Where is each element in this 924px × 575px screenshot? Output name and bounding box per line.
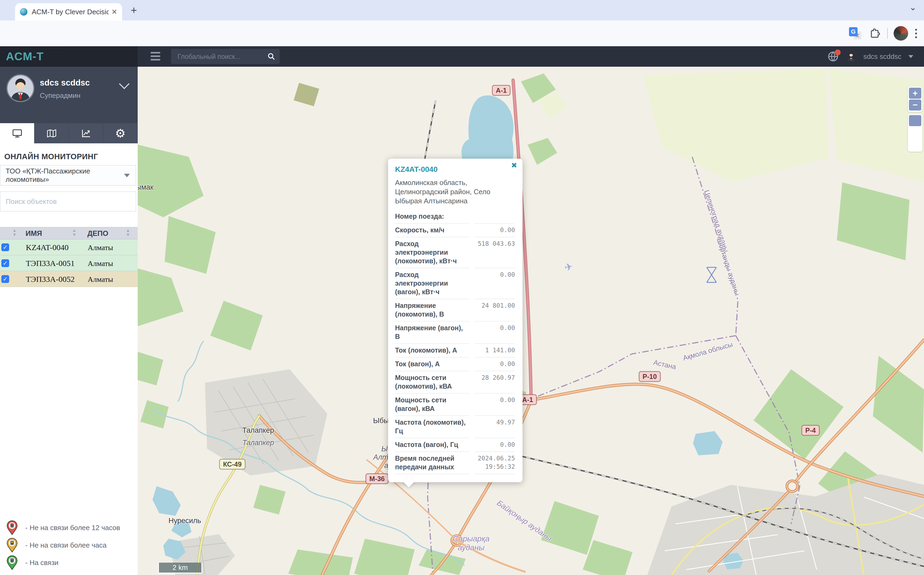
sidebar-user-panel[interactable]: sdcs scddsc Суперадмин bbox=[0, 67, 138, 123]
popup-row-value: 24 801.00 bbox=[475, 299, 515, 321]
legend-label: - Не на связи более часа bbox=[25, 541, 106, 550]
browser-profile-avatar[interactable] bbox=[894, 26, 908, 41]
map-zoom-controls: + − bbox=[908, 87, 922, 112]
tab-search-chevron-icon[interactable]: ⌄ bbox=[909, 2, 916, 13]
popup-row: Мощность сети (локомотив), кВА28 260.97 bbox=[395, 371, 515, 394]
logo-block: ACM-T bbox=[0, 46, 138, 67]
popup-address: Акмолинская область, Целиноградский райо… bbox=[395, 178, 515, 205]
map-canvas[interactable]: ✈ А-1А-1Р-10Р-4КС-49М-36тымакТалапкерТал… bbox=[138, 67, 924, 575]
popup-row: Расход электроэнергии (вагон), кВт·ч0.00 bbox=[395, 268, 515, 299]
sort-icon[interactable]: ▲▼ bbox=[13, 228, 17, 237]
tab-settings[interactable]: ⚙ bbox=[103, 123, 138, 143]
popup-row-label: Напряжение (локомотив), В bbox=[395, 299, 469, 321]
popup-title[interactable]: KZ4AT-0040 bbox=[395, 165, 515, 174]
popup-row-value: 518 043.63 bbox=[475, 237, 515, 268]
tab-title: ACM-T by Clever Decision bbox=[32, 8, 109, 16]
extensions-icon[interactable] bbox=[869, 27, 881, 39]
section-title: ОНЛАЙН МОНИТОРИНГ bbox=[4, 152, 98, 161]
layers-button[interactable] bbox=[909, 115, 921, 126]
chart-line-icon bbox=[81, 129, 91, 138]
global-search-input[interactable] bbox=[171, 53, 267, 60]
notifications-globe-icon[interactable] bbox=[827, 51, 839, 62]
map-label: тымак bbox=[138, 183, 154, 192]
popup-row: Ток (вагон), А0.00 bbox=[395, 357, 515, 371]
map-label: Целиноград ауданы bbox=[702, 189, 730, 253]
popup-row-label: Мощность сети (вагон), кВА bbox=[395, 394, 469, 416]
popup-row: Частота (локомотив), Гц49.97 bbox=[395, 416, 515, 438]
table-row[interactable]: ✓KZ4AT-0040Алматы bbox=[0, 239, 138, 255]
vehicle-table-body: ✓KZ4AT-0040Алматы✓ТЭП33А-0051Алматы✓ТЭП3… bbox=[0, 239, 138, 287]
translate-icon[interactable]: 文 G bbox=[849, 27, 861, 40]
app-logo[interactable]: ACM-T bbox=[6, 50, 44, 63]
tab-map[interactable] bbox=[35, 123, 69, 143]
menu-hamburger-icon[interactable] bbox=[151, 52, 160, 62]
vehicle-table-header: ▲▼ ИМЯ ▲▼ ДЕПО ▲▼ bbox=[0, 227, 138, 239]
row-checkbox[interactable]: ✓ bbox=[2, 243, 9, 251]
header-user-name[interactable]: sdcs scddsc bbox=[863, 52, 902, 61]
popup-close-icon[interactable]: ✖ bbox=[511, 162, 517, 169]
popup-row: Расход электроэнергии (локомотив), кВт·ч… bbox=[395, 237, 515, 268]
popup-row-label: Частота (вагон), Гц bbox=[395, 438, 469, 452]
tab-monitoring[interactable] bbox=[0, 123, 35, 143]
row-checkbox[interactable]: ✓ bbox=[2, 259, 9, 267]
popup-row-value: 28 260.97 bbox=[475, 371, 515, 394]
company-select[interactable]: ТОО «ҚТЖ-Пассажирские локомотивы» bbox=[0, 165, 136, 186]
search-icon[interactable] bbox=[267, 52, 275, 60]
table-row[interactable]: ✓ТЭП33А-0052Алматы bbox=[0, 271, 138, 287]
column-name[interactable]: ИМЯ bbox=[25, 229, 42, 238]
browser-toolbar: ← → ↻ ⚠ Не защищено asm-t.kz/index.html … bbox=[0, 21, 924, 46]
vehicle-depot: Алматы bbox=[88, 259, 113, 268]
popup-row: Номер поезда: bbox=[395, 210, 515, 224]
popup-row-value: 0.00 bbox=[475, 321, 515, 344]
chevron-down-icon[interactable] bbox=[119, 79, 130, 89]
app-header: ACM-T sdcs scddsc bbox=[0, 46, 924, 67]
train-pin-icon bbox=[6, 520, 18, 535]
map-icon bbox=[46, 129, 57, 138]
vehicle-name: ТЭП33А-0052 bbox=[26, 275, 75, 284]
sidebar-user-role: Суперадмин bbox=[40, 91, 80, 100]
popup-row-value: 0.00 bbox=[475, 268, 515, 299]
new-tab-button[interactable]: + bbox=[131, 5, 137, 16]
popup-row-value: 0.00 bbox=[475, 394, 515, 416]
zoom-in-button[interactable]: + bbox=[909, 88, 921, 99]
global-search[interactable] bbox=[171, 49, 280, 64]
map-label: Астана bbox=[653, 358, 677, 371]
sidebar: sdcs scddsc Суперадмин ⚙ ОНЛАЙН МОНИТОРИ… bbox=[0, 67, 138, 575]
row-checkbox[interactable]: ✓ bbox=[2, 275, 9, 283]
popup-row-label: Напряжение (вагон), В bbox=[395, 321, 469, 344]
user-menu-caret-icon[interactable] bbox=[908, 55, 913, 58]
vehicle-name: KZ4AT-0040 bbox=[26, 243, 68, 252]
tab-reports[interactable] bbox=[69, 123, 103, 143]
map-label: Шортанды ауданы bbox=[715, 237, 741, 296]
popup-row-label: Частота (локомотив), Гц bbox=[395, 416, 469, 438]
notification-dot bbox=[835, 49, 841, 56]
legend-label: - Не на связи более 12 часов bbox=[25, 524, 120, 532]
map-label: Ақмола облысы bbox=[682, 340, 733, 362]
browser-tab[interactable]: ACM-T by Clever Decision ✕ bbox=[15, 3, 122, 21]
sort-icon[interactable]: ▲▼ bbox=[126, 228, 130, 237]
popup-row: Скорость, км/ч0.00 bbox=[395, 224, 515, 237]
column-depot[interactable]: ДЕПО bbox=[87, 229, 108, 238]
table-row[interactable]: ✓ТЭП33А-0051Алматы bbox=[0, 255, 138, 271]
map-scale-bar: 2 km bbox=[158, 562, 202, 573]
sidebar-user-name: sdcs scddsc bbox=[40, 78, 90, 88]
popup-rows: Номер поезда:Скорость, км/ч0.00Расход эл… bbox=[395, 210, 515, 474]
popup-row-value: 2024.06.25 19:56:32 bbox=[475, 452, 515, 474]
select-caret-icon bbox=[124, 174, 130, 177]
browser-menu-icon[interactable] bbox=[915, 29, 917, 38]
sort-icon[interactable]: ▲▼ bbox=[72, 228, 76, 237]
legend: - Не на связи более 12 часов- Не на связ… bbox=[6, 520, 120, 570]
object-search-input[interactable] bbox=[0, 192, 136, 211]
popup-row: Напряжение (вагон), В0.00 bbox=[395, 321, 515, 344]
vehicle-popup: ✖ KZ4AT-0040 Акмолинская область, Целино… bbox=[388, 159, 522, 482]
map-label: Байқоңыр ауданы bbox=[495, 498, 554, 543]
monitor-icon bbox=[12, 129, 22, 138]
legend-item: - На связи bbox=[6, 555, 120, 570]
sidebar-tabs: ⚙ bbox=[0, 123, 138, 143]
tab-close-icon[interactable]: ✕ bbox=[111, 8, 117, 16]
zoom-out-button[interactable]: − bbox=[909, 100, 921, 111]
map-overlays: А-1А-1Р-10Р-4КС-49М-36тымакТалапкерТалап… bbox=[138, 67, 924, 575]
map-layers-panel bbox=[908, 114, 922, 152]
map-label: Сарыарқа ауданы bbox=[453, 534, 490, 552]
popup-row-value: 0.00 bbox=[475, 438, 515, 452]
